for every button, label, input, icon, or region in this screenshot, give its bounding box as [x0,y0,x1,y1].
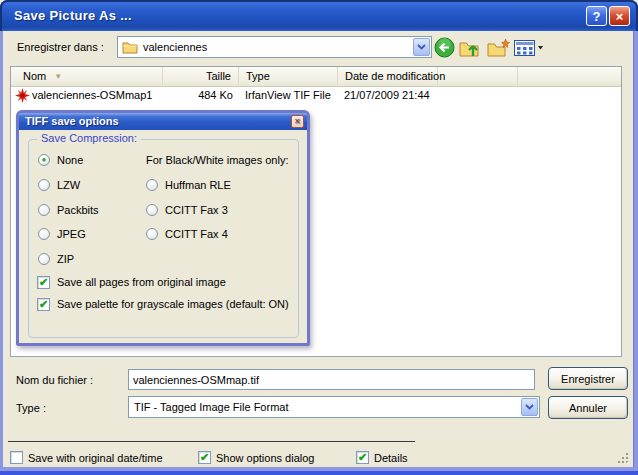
radio-jpeg[interactable]: JPEG [38,227,86,241]
column-header-type[interactable]: Type [239,67,338,85]
checkbox-details-label: Details [374,452,408,464]
save-button[interactable]: Enregistrer [548,367,628,390]
checkbox-save-all-pages-box: ✔ [37,276,50,289]
radio-lzw-label: LZW [57,179,80,191]
back-button[interactable] [432,36,456,59]
checkbox-show-options-label: Show options dialog [216,452,314,464]
radio-none-circle: ● [38,154,50,166]
checkbox-save-all-pages[interactable]: ✔ Save all pages from original image [37,275,226,289]
save-in-dropdown-arrow[interactable] [413,38,430,56]
radio-fax3-circle [146,204,158,216]
sort-icon: ▼ [54,72,62,81]
type-dropdown-arrow[interactable] [521,398,538,416]
file-size: 484 Ko [163,87,233,104]
column-header-name[interactable]: Nom▼ [11,67,163,85]
save-in-combobox[interactable]: valenciennes [117,36,432,58]
radio-jpeg-circle [38,228,50,240]
close-button[interactable]: × [609,6,630,26]
checkbox-original-datetime[interactable]: Save with original date/time [10,450,163,465]
file-list-header: Nom▼ Taille Type Date de modification [11,67,621,87]
column-header-size[interactable]: Taille [163,67,239,85]
resize-grip-icon[interactable] [616,451,630,465]
radio-zip-label: ZIP [57,253,74,265]
tiff-close-button[interactable]: × [291,115,304,128]
bw-only-header: For Black/White images only: [146,154,288,166]
radio-fax4-circle [146,228,158,240]
radio-packbits[interactable]: Packbits [38,203,99,217]
folder-icon [122,41,138,54]
view-menu-icon [514,40,544,56]
new-folder-icon [487,38,510,58]
filename-label: Nom du fichier : [16,374,93,386]
radio-none-label: None [57,154,83,166]
up-one-level-button[interactable] [458,36,482,59]
radio-lzw-circle [38,179,50,191]
radio-ccitt-fax3[interactable]: CCITT Fax 3 [146,203,228,217]
up-one-level-icon [459,38,481,58]
window-title: Save Picture As ... [14,0,132,31]
checkbox-original-datetime-box [10,451,23,464]
checkbox-show-options-dialog[interactable]: ✔ Show options dialog [198,450,314,465]
save-in-label: Enregistrer dans : [17,41,104,53]
column-header-blank [438,67,518,85]
window-border-left [0,31,3,475]
checkbox-show-options-box: ✔ [198,451,211,464]
window-border-bottom [0,467,638,475]
checkbox-save-palette[interactable]: ✔ Save palette for grayscale images (def… [37,297,289,311]
radio-huffman-circle [146,179,158,191]
back-icon [434,37,455,58]
save-in-value: valenciennes [143,41,207,53]
save-button-label: Enregistrer [561,373,615,385]
tiff-dialog-title: TIFF save options [25,115,119,127]
radio-fax3-label: CCITT Fax 3 [165,204,228,216]
checkbox-details[interactable]: ✔ Details [356,450,408,465]
title-bar[interactable]: Save Picture As ... ? × [0,0,638,31]
view-menu-button[interactable] [512,36,546,59]
window-border-right [633,31,638,475]
filename-input[interactable] [128,369,535,390]
type-combobox[interactable]: TIF - Tagged Image File Format [128,396,540,418]
radio-none[interactable]: ● None [38,153,83,167]
file-type: IrfanView TIF File [245,87,331,104]
irfanview-file-icon [15,88,30,105]
tiff-dialog-titlebar[interactable]: TIFF save options × [19,113,307,130]
titlebar-buttons: ? × [586,6,630,26]
radio-lzw[interactable]: LZW [38,178,80,192]
radio-huffman-label: Huffman RLE [165,179,231,191]
footer-divider [8,441,415,442]
radio-packbits-label: Packbits [57,204,99,216]
checkbox-save-all-pages-label: Save all pages from original image [57,276,226,288]
cancel-button-label: Annuler [569,402,607,414]
radio-fax4-label: CCITT Fax 4 [165,228,228,240]
tiff-options-dialog: TIFF save options × Save Compression: ● … [16,110,310,346]
radio-huffman-rle[interactable]: Huffman RLE [146,178,231,192]
checkbox-original-datetime-label: Save with original date/time [28,452,163,464]
checkbox-save-palette-label: Save palette for grayscale images (defau… [57,298,289,310]
checkbox-save-palette-box: ✔ [37,298,50,311]
type-label: Type : [16,402,46,414]
column-header-date[interactable]: Date de modification [338,67,438,85]
file-date: 21/07/2009 21:44 [344,87,430,104]
type-value: TIF - Tagged Image File Format [134,401,288,413]
radio-zip[interactable]: ZIP [38,252,74,266]
radio-jpeg-label: JPEG [57,228,86,240]
new-folder-button[interactable] [486,36,510,59]
cancel-button[interactable]: Annuler [548,396,628,419]
help-button[interactable]: ? [586,6,607,26]
file-row[interactable]: valenciennes-OSMmap1 484 Ko IrfanView TI… [11,87,621,104]
radio-zip-circle [38,253,50,265]
file-name: valenciennes-OSMmap1 [32,87,152,104]
save-compression-label: Save Compression: [37,132,141,144]
save-picture-dialog: Save Picture As ... ? × Enregistrer dans… [0,0,638,475]
radio-packbits-circle [38,204,50,216]
radio-ccitt-fax4[interactable]: CCITT Fax 4 [146,227,228,241]
checkbox-details-box: ✔ [356,451,369,464]
